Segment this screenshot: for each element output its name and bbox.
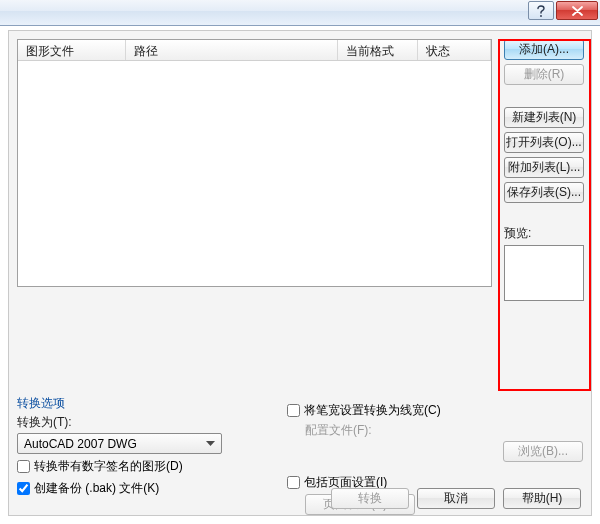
chk-linewidth-input[interactable] — [287, 404, 300, 417]
side-panel: 添加(A)... 删除(R) 新建列表(N) 打开列表(O)... 附加列表(L… — [504, 39, 584, 301]
chk-linewidth-label: 将笔宽设置转换为线宽(C) — [304, 402, 441, 419]
chk-convert-signed-label: 转换带有数字签名的图形(D) — [34, 458, 183, 475]
convert-to-label: 转换为(T): — [17, 414, 287, 431]
save-list-button[interactable]: 保存列表(S)... — [504, 182, 584, 203]
table-header: 图形文件 路径 当前格式 状态 — [18, 40, 491, 61]
browse-button: 浏览(B)... — [503, 441, 583, 462]
titlebar — [0, 0, 600, 26]
svg-point-0 — [540, 15, 542, 17]
help-button[interactable]: 帮助(H) — [503, 488, 581, 509]
dialog-footer: 转换 取消 帮助(H) — [9, 481, 591, 515]
chevron-down-icon — [203, 441, 217, 447]
titlebar-help-button[interactable] — [528, 1, 554, 20]
col-format[interactable]: 当前格式 — [338, 40, 418, 60]
add-button[interactable]: 添加(A)... — [504, 39, 584, 60]
chk-linewidth[interactable]: 将笔宽设置转换为线宽(C) — [287, 402, 441, 419]
combo-value: AutoCAD 2007 DWG — [24, 437, 137, 451]
options-group-title: 转换选项 — [17, 395, 287, 412]
titlebar-close-button[interactable] — [556, 1, 598, 20]
dialog-body: 图形文件 路径 当前格式 状态 添加(A)... 删除(R) 新建列表(N) 打… — [8, 30, 592, 516]
preview-label: 预览: — [504, 225, 584, 242]
append-list-button[interactable]: 附加列表(L)... — [504, 157, 584, 178]
new-list-button[interactable]: 新建列表(N) — [504, 107, 584, 128]
chk-convert-signed[interactable]: 转换带有数字签名的图形(D) — [17, 458, 183, 475]
close-icon — [572, 6, 583, 16]
file-list-table[interactable]: 图形文件 路径 当前格式 状态 — [17, 39, 492, 287]
cancel-button[interactable]: 取消 — [417, 488, 495, 509]
col-filename[interactable]: 图形文件 — [18, 40, 126, 60]
convert-button: 转换 — [331, 488, 409, 509]
config-file-label: 配置文件(F): — [305, 422, 372, 439]
remove-button: 删除(R) — [504, 64, 584, 85]
col-status[interactable]: 状态 — [418, 40, 491, 60]
help-icon — [536, 5, 546, 17]
open-list-button[interactable]: 打开列表(O)... — [504, 132, 584, 153]
preview-box — [504, 245, 584, 301]
chk-convert-signed-input[interactable] — [17, 460, 30, 473]
col-path[interactable]: 路径 — [126, 40, 338, 60]
convert-to-combo[interactable]: AutoCAD 2007 DWG — [17, 433, 222, 454]
